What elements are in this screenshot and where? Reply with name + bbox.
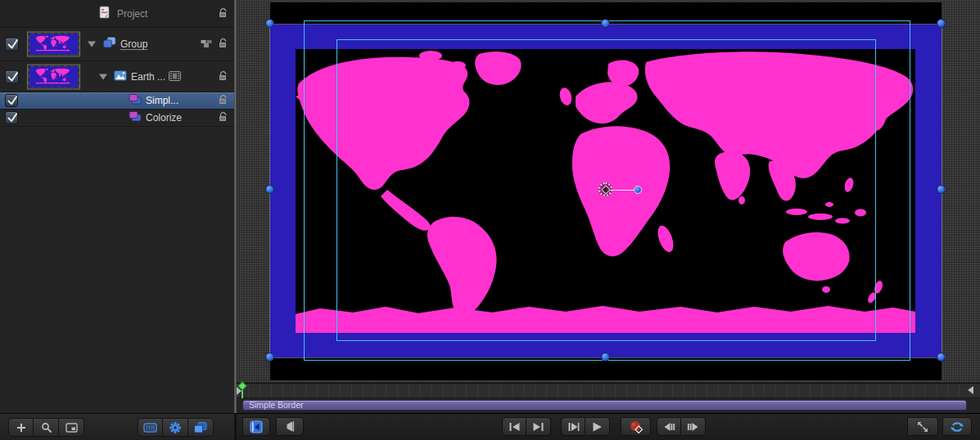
visibility-checkbox[interactable] [5,38,19,52]
show-hide-audio-button[interactable] [242,417,270,436]
selection-handle-mid-left[interactable] [265,185,274,194]
lock-icon[interactable] [218,93,228,108]
selection-handle-bottom-right[interactable] [937,352,946,361]
filter-icon [129,110,142,125]
filters-toggle[interactable] [163,418,188,437]
rotation-handle[interactable] [634,186,642,194]
view-group [907,417,938,436]
canvas [237,0,980,383]
selection-handle-top-right[interactable] [937,19,946,28]
group-icon [103,37,116,52]
selection-handle-bottom-left[interactable] [265,352,274,361]
play-from-start-button[interactable] [561,417,585,436]
layer-label: Group [120,38,147,50]
mute-button[interactable] [276,417,304,436]
layer-label: Project [117,8,147,20]
mute-group [276,417,304,436]
selection-handle-top-left[interactable] [265,19,274,28]
step-group [657,417,706,436]
disclosure-triangle[interactable] [88,42,96,47]
timeline-bar-label: Simple Border [249,400,304,410]
layer-thumbnail [27,32,80,57]
timeline-bar-simple-border[interactable]: Simple Border [242,400,967,411]
layer-row-project[interactable]: Project [0,0,234,28]
layer-label: Earth ... [131,71,165,83]
lock-icon[interactable] [218,37,228,52]
layer-row-earth[interactable]: Earth ... [0,61,234,92]
play-range-out-marker[interactable] [968,386,973,394]
motion-workspace: Project [0,0,980,440]
step-forward-button[interactable] [681,417,706,436]
go-to-end-button[interactable] [526,417,551,436]
preview-button[interactable] [59,418,84,437]
loop-button[interactable] [942,417,972,436]
go-to-start-button[interactable] [502,417,526,436]
blend-mode-icon[interactable] [201,37,212,52]
visibility-checkbox[interactable] [5,111,18,124]
add-button[interactable] [8,418,34,437]
playhead[interactable] [242,383,243,398]
lock-icon[interactable] [218,7,228,21]
lock-icon[interactable] [218,70,228,84]
layer-thumbnail [27,64,80,89]
masks-toggle[interactable] [138,418,163,437]
lock-icon[interactable] [218,110,228,125]
layers-panel-toolbar [0,413,234,440]
loop-group [942,417,972,436]
play-button[interactable] [585,417,610,436]
filter-icon [129,93,142,108]
search-button[interactable] [34,418,59,437]
range-nav-group [502,417,551,436]
record-button[interactable] [621,417,651,436]
layers-toggle[interactable] [188,418,214,437]
step-back-button[interactable] [657,417,681,436]
fit-to-window-button[interactable] [907,417,938,436]
play-group [561,417,610,436]
timeline-ruler[interactable] [237,383,980,398]
mini-timeline: Simple Border [237,383,980,413]
record-group [621,417,651,436]
panel-toolbar-right-group [138,418,214,437]
visibility-checkbox[interactable] [5,70,19,83]
layers-panel: Project [0,0,234,440]
transport-bar [237,413,980,440]
project-document-icon [99,6,111,22]
selection-handle-bottom-center[interactable] [601,352,610,361]
layer-label: Simpl... [146,95,178,106]
disclosure-triangle[interactable] [99,74,107,79]
media-filmstrip-icon[interactable] [169,70,181,84]
selection-handle-mid-right[interactable] [937,185,946,194]
layer-label: Colorize [146,112,182,123]
anchor-point-control[interactable] [598,182,612,196]
layers-list: Project [0,0,234,413]
visibility-checkbox[interactable] [5,94,18,107]
selection-handle-top-center[interactable] [601,19,610,28]
layer-row-group[interactable]: Group [0,28,234,61]
layer-row-simple-border[interactable]: Simpl... [0,92,234,110]
panel-toolbar-left-group [8,418,84,437]
layer-row-colorize[interactable]: Colorize [0,110,234,127]
image-icon [114,70,127,84]
audio-show-group [242,417,270,436]
